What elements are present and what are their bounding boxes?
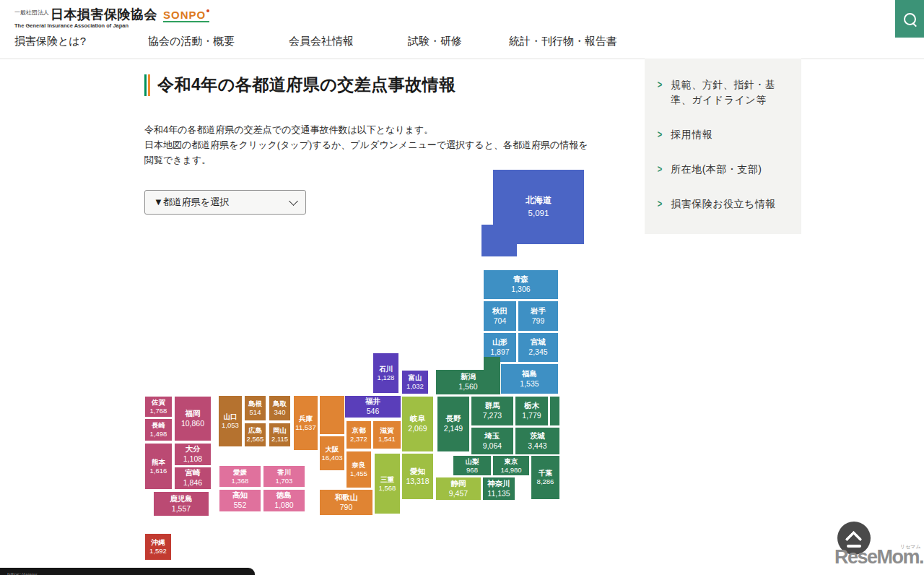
sidebar-item-useful-info[interactable]: > 損害保険お役立ち情報 xyxy=(657,196,787,212)
prefecture-tile-fukuoka[interactable]: 福岡10,860 xyxy=(175,397,211,441)
nav-item-what-is-insurance[interactable]: 損害保険とは? xyxy=(14,35,86,48)
prefecture-tile-nara[interactable]: 奈良1,455 xyxy=(346,451,371,488)
prefecture-accident-count: 1,128 xyxy=(378,373,395,382)
prefecture-accident-count: 1,703 xyxy=(276,477,293,485)
prefecture-tile-kagoshima[interactable]: 鹿児島1,557 xyxy=(154,492,209,516)
prefecture-tile-tochigi[interactable]: 栃木1,779 xyxy=(515,397,548,425)
prefecture-tile-kochi[interactable]: 高知552 xyxy=(219,490,261,511)
prefecture-accident-count: 1,498 xyxy=(150,430,167,438)
prefecture-select[interactable]: ▼都道府県を選択 xyxy=(144,190,306,215)
prefecture-tile-ibaraki[interactable]: 茨城3,443 xyxy=(515,428,559,454)
prefecture-tile-ehime[interactable]: 愛媛1,368 xyxy=(219,466,261,487)
prefecture-accident-count: 1,368 xyxy=(232,477,249,485)
prefecture-name: 静岡 xyxy=(451,479,466,489)
prefecture-accident-count: 1,592 xyxy=(149,547,167,555)
prefecture-name: 宮崎 xyxy=(186,468,201,478)
header: 一般社団法人 日本損害保険協会 SONPO The General Insura… xyxy=(0,0,924,59)
prefecture-name: 岡山 xyxy=(273,426,287,435)
site-logo[interactable]: 一般社団法人 日本損害保険協会 SONPO The General Insura… xyxy=(14,8,209,29)
prefecture-tile-miyagi[interactable]: 宮城2,345 xyxy=(518,333,558,362)
prefecture-tile-kumamoto[interactable]: 熊本1,616 xyxy=(145,444,172,489)
prefecture-accident-count: 11,537 xyxy=(295,423,315,432)
prefecture-tile-miyazaki[interactable]: 宮崎1,846 xyxy=(175,467,211,489)
search-icon xyxy=(904,13,916,25)
prefecture-tile-kyoto[interactable]: 京都2,372 xyxy=(346,421,371,449)
sidebar-item-locations[interactable]: > 所在地(本部・支部) xyxy=(657,162,787,177)
prefecture-tile-oita[interactable]: 大分1,108 xyxy=(175,444,211,465)
prefecture-name: 鹿児島 xyxy=(170,494,193,504)
prefecture-name: 栃木 xyxy=(524,401,539,411)
prefecture-name: 岐阜 xyxy=(410,414,425,424)
prefecture-tile-saga[interactable]: 佐賀1,768 xyxy=(145,397,172,417)
search-button[interactable] xyxy=(895,0,924,38)
prefecture-accident-count: 1,080 xyxy=(274,501,293,511)
prefecture-tile-shizuoka[interactable]: 静岡9,457 xyxy=(436,477,481,500)
prefecture-tile-tokushima[interactable]: 徳島1,080 xyxy=(263,490,305,511)
prefecture-accident-count: 1,768 xyxy=(150,407,167,415)
prefecture-tile-yamanashi[interactable]: 山梨968 xyxy=(453,456,491,475)
prefecture-tile-gifu[interactable]: 岐阜2,069 xyxy=(402,397,433,451)
prefecture-tile-toyama[interactable]: 富山1,032 xyxy=(402,371,428,394)
prefecture-tile-tokyo[interactable]: 東京14,980 xyxy=(493,456,529,475)
prefecture-tile-fukushima[interactable]: 福島1,535 xyxy=(501,364,558,394)
prefecture-name: 宮城 xyxy=(531,337,546,347)
prefecture-tile-ibaraki-part[interactable] xyxy=(550,397,559,425)
prefecture-tile-gunma[interactable]: 群馬7,273 xyxy=(471,397,513,425)
prefecture-tile-okayama[interactable]: 岡山2,115 xyxy=(269,423,290,446)
prefecture-accident-count: 1,306 xyxy=(511,285,530,295)
nav-item-member-companies[interactable]: 会員会社情報 xyxy=(289,35,354,48)
prefecture-tile-niigata[interactable]: 新潟1,560 xyxy=(436,370,500,394)
prefecture-tile-niigata-part[interactable] xyxy=(484,357,500,370)
prefecture-tile-saitama[interactable]: 埼玉9,064 xyxy=(471,428,513,454)
prefecture-name: 京都 xyxy=(352,426,366,435)
sidebar-item-recruit[interactable]: > 採用情報 xyxy=(657,127,787,142)
prefecture-accident-count: 799 xyxy=(532,316,545,327)
prefecture-tile-nagasaki[interactable]: 長崎1,498 xyxy=(145,419,172,441)
nav-item-statistics-publications[interactable]: 統計・刊行物・報告書 xyxy=(509,35,617,48)
prefecture-accident-count: 1,779 xyxy=(522,411,541,421)
prefecture-name: 兵庫 xyxy=(299,415,313,423)
prefecture-tile-kanagawa[interactable]: 神奈川11,135 xyxy=(483,477,515,500)
prefecture-tile-chiba[interactable]: 千葉8,286 xyxy=(531,456,559,499)
prefecture-tile-aichi[interactable]: 愛知13,318 xyxy=(402,454,433,499)
prefecture-accident-count: 546 xyxy=(367,407,380,417)
prefecture-accident-count: 1,897 xyxy=(490,347,509,358)
prefecture-name: 愛知 xyxy=(410,467,425,477)
prefecture-accident-count: 10,860 xyxy=(181,419,204,429)
prefecture-name: 山口 xyxy=(224,412,237,421)
prefecture-name: 三重 xyxy=(380,475,394,484)
prefecture-tile-osaka[interactable]: 大阪16,403 xyxy=(320,436,344,470)
prefecture-tile-fukui[interactable]: 福井546 xyxy=(345,396,401,418)
nav-item-activities[interactable]: 協会の活動・概要 xyxy=(148,35,235,48)
sidebar-item-guidelines[interactable]: > 規範、方針、指針・基準、ガイドライン等 xyxy=(657,77,787,108)
prefecture-tile-aomori[interactable]: 青森1,306 xyxy=(484,270,558,299)
prefecture-tile-tottori[interactable]: 鳥取340 xyxy=(269,396,290,420)
prefecture-tile-hiroshima[interactable]: 広島2,565 xyxy=(245,423,266,446)
prefecture-tile-nagano[interactable]: 長野2,149 xyxy=(437,397,469,451)
prefecture-accident-count: 790 xyxy=(340,503,353,513)
prefecture-tile-hokkaido[interactable]: 北海道5,091 xyxy=(493,170,584,244)
prefecture-tile-hyogo[interactable]: 兵庫11,537 xyxy=(294,396,318,450)
prefecture-tile-mie[interactable]: 三重1,568 xyxy=(375,454,400,514)
prefecture-tile-shiga[interactable]: 滋賀1,541 xyxy=(373,421,401,449)
prefecture-tile-wakayama[interactable]: 和歌山790 xyxy=(320,490,372,515)
prefecture-name: 石川 xyxy=(379,365,393,373)
prefecture-tile-ishikawa[interactable]: 石川1,128 xyxy=(373,353,398,393)
prefecture-name: 秋田 xyxy=(492,306,507,316)
prefecture-tile-akita[interactable]: 秋田704 xyxy=(484,301,516,331)
prefecture-tile-shimane[interactable]: 島根514 xyxy=(245,396,266,420)
prefecture-tile-kyoto-part[interactable] xyxy=(320,396,344,434)
org-type-label: 一般社団法人 xyxy=(14,9,49,17)
prefecture-tile-iwate[interactable]: 岩手799 xyxy=(518,301,558,331)
prefecture-name: 香川 xyxy=(277,468,291,477)
prefecture-accident-count: 704 xyxy=(494,316,507,327)
nav-item-exams-training[interactable]: 試験・研修 xyxy=(408,35,462,48)
sidebar-item-label: 採用情報 xyxy=(671,127,780,142)
prefecture-accident-count: 2,372 xyxy=(350,435,367,444)
chevron-right-icon: > xyxy=(658,127,663,142)
prefecture-tile-kagawa[interactable]: 香川1,703 xyxy=(263,466,305,487)
prefecture-tile-yamaguchi[interactable]: 山口1,053 xyxy=(219,396,242,446)
prefecture-accident-count: 2,565 xyxy=(247,435,264,444)
prefecture-tile-okinawa[interactable]: 沖縄1,592 xyxy=(145,534,171,560)
prefecture-accident-count: 8,286 xyxy=(537,477,554,486)
